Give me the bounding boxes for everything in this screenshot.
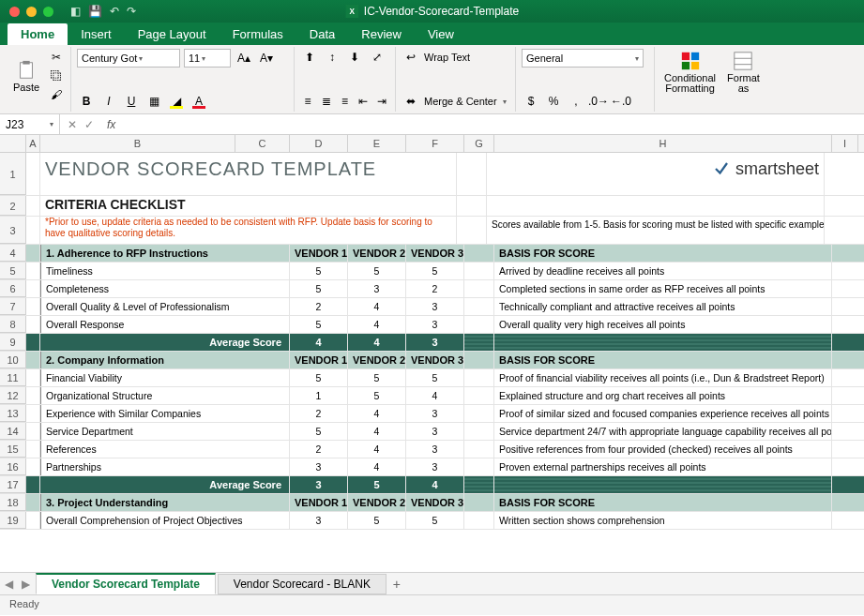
row-header[interactable]: 16 bbox=[0, 458, 26, 475]
cell[interactable]: 2 bbox=[290, 441, 348, 458]
cell[interactable] bbox=[464, 423, 494, 440]
cell[interactable]: 5 bbox=[290, 263, 348, 279]
col-header[interactable]: E bbox=[348, 135, 406, 152]
cell[interactable] bbox=[464, 263, 494, 279]
cell[interactable]: 1 bbox=[290, 387, 348, 404]
cell[interactable]: Proof of financial viability receives al… bbox=[494, 369, 832, 386]
cell[interactable]: 3 bbox=[290, 512, 348, 529]
cell[interactable]: 5 bbox=[348, 369, 406, 386]
fx-icon[interactable]: fx bbox=[107, 118, 115, 131]
cell[interactable]: 3 bbox=[406, 316, 464, 333]
cell[interactable]: Overall Comprehension of Project Objecti… bbox=[40, 512, 290, 529]
cell[interactable]: VENDOR 3 bbox=[406, 494, 464, 511]
tab-view[interactable]: View bbox=[415, 23, 467, 45]
cell[interactable] bbox=[464, 334, 494, 351]
redo-icon[interactable]: ↷ bbox=[127, 5, 136, 18]
cell[interactable] bbox=[457, 153, 487, 195]
row-header[interactable]: 17 bbox=[0, 476, 26, 493]
cell[interactable]: 2 bbox=[290, 298, 348, 315]
align-left-icon[interactable]: ≡ bbox=[300, 93, 315, 110]
decrease-font-icon[interactable]: A▾ bbox=[257, 50, 276, 67]
cell[interactable]: 2 bbox=[406, 280, 464, 297]
col-header[interactable]: I bbox=[832, 135, 858, 152]
row-header[interactable]: 12 bbox=[0, 387, 26, 404]
col-header[interactable]: F bbox=[406, 135, 464, 152]
conditional-formatting-button[interactable]: Conditional Formatting bbox=[660, 49, 720, 96]
comma-icon[interactable]: , bbox=[567, 93, 585, 110]
row-header[interactable]: 10 bbox=[0, 352, 26, 368]
cell[interactable]: 4 bbox=[348, 334, 406, 351]
row-header[interactable]: 1 bbox=[0, 153, 26, 195]
tab-pagelayout[interactable]: Page Layout bbox=[125, 23, 220, 45]
cell[interactable]: VENDOR 2 bbox=[348, 494, 406, 511]
row-header[interactable]: 7 bbox=[0, 298, 26, 315]
cell[interactable] bbox=[464, 458, 494, 475]
format-painter-icon[interactable]: 🖌 bbox=[47, 86, 66, 103]
cell[interactable] bbox=[494, 334, 832, 351]
align-middle-icon[interactable]: ↕ bbox=[323, 49, 341, 66]
cell[interactable]: Organizational Structure bbox=[40, 387, 290, 404]
row-header[interactable]: 9 bbox=[0, 334, 26, 351]
cell[interactable]: 4 bbox=[406, 387, 464, 404]
row-header[interactable]: 6 bbox=[0, 280, 26, 297]
cancel-formula-icon[interactable]: ✕ bbox=[68, 118, 77, 131]
cell[interactable]: Proof of similar sized and focused compa… bbox=[494, 405, 832, 422]
cell[interactable]: Technically compliant and attractive rec… bbox=[494, 298, 832, 315]
minimize-window[interactable] bbox=[26, 7, 37, 17]
cell[interactable]: Proven external partnerships receives al… bbox=[494, 458, 832, 475]
row-header[interactable]: 2 bbox=[0, 196, 26, 216]
cell[interactable]: 4 bbox=[290, 334, 348, 351]
cell[interactable]: Scores available from 1-5. Basis for sco… bbox=[487, 217, 825, 244]
font-family-select[interactable]: Century Got▾ bbox=[77, 49, 180, 68]
cell[interactable] bbox=[464, 476, 494, 493]
cell[interactable] bbox=[464, 280, 494, 297]
tab-review[interactable]: Review bbox=[348, 23, 415, 45]
cell[interactable] bbox=[26, 441, 40, 458]
col-header[interactable]: C bbox=[235, 135, 290, 152]
cell[interactable]: 3 bbox=[290, 458, 348, 475]
cell[interactable]: CRITERIA CHECKLIST bbox=[40, 196, 457, 216]
col-header[interactable]: B bbox=[40, 135, 235, 152]
cell[interactable]: Completeness bbox=[40, 280, 290, 297]
cell[interactable] bbox=[26, 280, 40, 297]
cell[interactable] bbox=[26, 153, 40, 195]
align-right-icon[interactable]: ≡ bbox=[338, 93, 353, 110]
col-header[interactable]: H bbox=[494, 135, 832, 152]
cell[interactable] bbox=[26, 352, 40, 368]
worksheet-tab[interactable]: Vendor Scorecard - BLANK bbox=[218, 574, 387, 594]
cell[interactable]: Completed sections in same order as RFP … bbox=[494, 280, 832, 297]
row-header[interactable]: 14 bbox=[0, 423, 26, 440]
tab-home[interactable]: Home bbox=[8, 23, 68, 45]
format-as-table-button[interactable]: Format as bbox=[723, 49, 764, 96]
cell[interactable]: Overall Quality & Level of Professionali… bbox=[40, 298, 290, 315]
cell[interactable]: Financial Viability bbox=[40, 369, 290, 386]
maximize-window[interactable] bbox=[43, 7, 53, 17]
decrease-indent-icon[interactable]: ⇤ bbox=[356, 93, 371, 110]
cell[interactable]: VENDOR 3 bbox=[406, 352, 464, 368]
borders-button[interactable]: ▦ bbox=[144, 93, 163, 110]
cell[interactable]: 4 bbox=[348, 423, 406, 440]
cell[interactable]: Service Department bbox=[40, 423, 290, 440]
tab-scroll-left[interactable]: ◀ bbox=[0, 578, 17, 591]
cell[interactable] bbox=[464, 352, 494, 368]
cell[interactable]: VENDOR 1 bbox=[290, 494, 348, 511]
cell[interactable]: VENDOR 1 bbox=[290, 352, 348, 368]
number-format-select[interactable]: General▾ bbox=[522, 49, 644, 68]
cell[interactable] bbox=[464, 387, 494, 404]
cell[interactable]: Written section shows comprehension bbox=[494, 512, 832, 529]
cell[interactable]: VENDOR 1 bbox=[290, 245, 348, 262]
name-box[interactable]: J23▾ bbox=[0, 114, 60, 134]
cell[interactable]: Timeliness bbox=[40, 263, 290, 279]
fill-color-button[interactable]: ◢ bbox=[167, 93, 186, 110]
cell[interactable] bbox=[464, 405, 494, 422]
cell[interactable] bbox=[26, 476, 40, 493]
cell[interactable]: 5 bbox=[290, 316, 348, 333]
close-window[interactable] bbox=[9, 7, 20, 17]
cell[interactable] bbox=[457, 217, 487, 244]
cell[interactable]: 4 bbox=[406, 476, 464, 493]
font-color-button[interactable]: A bbox=[189, 93, 208, 110]
cell[interactable]: Explained structure and org chart receiv… bbox=[494, 387, 832, 404]
cell[interactable]: Average Score bbox=[40, 334, 290, 351]
cell[interactable] bbox=[487, 196, 825, 216]
cell[interactable]: VENDOR SCORECARD TEMPLATE bbox=[40, 153, 457, 195]
